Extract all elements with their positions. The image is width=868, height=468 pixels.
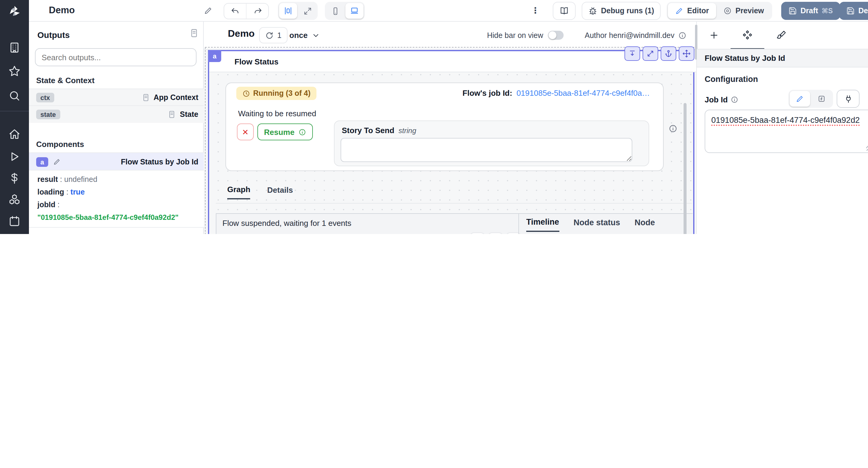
edit-pencil-icon[interactable]: [53, 158, 61, 166]
flow-job-id-label: Flow's job Id:: [463, 89, 513, 98]
tab-preview[interactable]: Preview: [716, 3, 771, 19]
undo-button[interactable]: [224, 4, 247, 19]
tab-timeline[interactable]: Timeline: [526, 218, 559, 232]
schedule-mode-dropdown[interactable]: once: [289, 27, 320, 43]
component-grid-icon: [742, 29, 753, 40]
chevron-down-icon: [312, 31, 320, 39]
more-menu-kebab-icon[interactable]: ⋮: [531, 5, 539, 15]
draft-button[interactable]: Draft ⌘S: [781, 2, 840, 20]
search-outputs-input[interactable]: [35, 48, 196, 66]
colon: :: [60, 175, 62, 184]
component-row-selected[interactable]: a Flow Status by Job Id: [29, 153, 218, 170]
fullwidth-canvas-button[interactable]: [299, 3, 316, 19]
flow-job-id-line: Flow's job Id: 0191085e-5baa-81ef-4774-c…: [463, 89, 650, 98]
tab-graph[interactable]: Graph: [227, 185, 250, 199]
search-icon[interactable]: [8, 90, 21, 102]
runs-play-icon[interactable]: [8, 151, 21, 163]
tabs-divider: [216, 203, 692, 204]
form-info-icon[interactable]: [669, 124, 678, 133]
apps-icon[interactable]: [8, 41, 21, 54]
state-label: State: [180, 110, 198, 119]
flow-status-card: Running (3 of 4) Flow's job Id: 0191085e…: [225, 82, 664, 171]
colon: :: [58, 201, 60, 209]
component-tabs: Graph Details: [227, 185, 293, 199]
windmill-logo-icon[interactable]: [8, 5, 21, 18]
redo-button[interactable]: [247, 4, 268, 19]
debug-runs-button[interactable]: Debug runs (1): [582, 2, 661, 20]
static-mode-button[interactable]: [789, 91, 810, 107]
resources-boxes-icon[interactable]: [8, 193, 21, 205]
deploy-button[interactable]: Deploy: [839, 2, 868, 20]
docs-book-button[interactable]: [553, 2, 576, 20]
tab-insert-plus[interactable]: [697, 22, 731, 48]
save-icon: [846, 7, 855, 15]
bug-icon: [588, 6, 597, 15]
ctx-label: App Context: [153, 93, 198, 102]
favorites-star-icon[interactable]: [8, 65, 21, 77]
center-canvas-button[interactable]: [279, 3, 297, 19]
tab-node-more[interactable]: Node: [635, 218, 655, 231]
flow-job-id-link[interactable]: 0191085e-5baa-81ef-4774-c9ef4f0a…: [517, 89, 650, 98]
zoom-in-button[interactable]: [470, 233, 485, 234]
desktop-view-button[interactable]: [345, 3, 364, 19]
canvas-header: Demo 1 once Hide bar on view Author henr…: [204, 22, 696, 49]
preview-eye-icon: [723, 7, 732, 15]
panel-doc-icon[interactable]: [189, 28, 199, 38]
resume-button[interactable]: Resume: [257, 124, 313, 140]
jobid-line: jobId :: [37, 201, 60, 209]
refresh-count-button[interactable]: 1: [259, 27, 287, 43]
result-value: undefined: [64, 175, 97, 184]
settings-panel: Flow Status by Job Id Configuration Job …: [696, 22, 868, 234]
outputs-title: Outputs: [37, 30, 70, 40]
ctx-row[interactable]: ctx App Context: [29, 89, 218, 106]
preview-label: Preview: [735, 7, 764, 15]
graph-zoom-controls: [470, 233, 521, 234]
info-icon[interactable]: [731, 96, 739, 104]
component-title: Flow Status: [235, 57, 278, 66]
tab-styling-brush[interactable]: [764, 22, 798, 48]
colon: :: [66, 188, 68, 196]
flow-status-component[interactable]: a Flow Status Running (3 of 4) Flow's jo…: [208, 50, 694, 234]
cancel-button[interactable]: ✕: [237, 124, 254, 140]
schedules-calendar-icon[interactable]: [8, 215, 21, 227]
resize-grip[interactable]: [866, 146, 868, 151]
app-title: Demo: [49, 5, 75, 16]
settings-tabs: [697, 22, 868, 49]
home-icon[interactable]: [8, 128, 21, 140]
tab-details[interactable]: Details: [267, 186, 293, 199]
zoom-out-button[interactable]: [488, 233, 503, 234]
mobile-view-button[interactable]: [326, 3, 344, 19]
job-id-input[interactable]: 0191085e-5baa-81ef-4774-c9ef4f0a92d2: [705, 110, 868, 153]
tab-component-settings[interactable]: [731, 22, 764, 49]
rename-pencil-icon[interactable]: [204, 6, 213, 15]
connect-plug-button[interactable]: [837, 90, 860, 108]
move-component-button[interactable]: [679, 46, 694, 61]
state-context-title: State & Context: [36, 76, 95, 85]
running-status-badge: Running (3 of 4): [236, 87, 316, 100]
hide-bar-toggle[interactable]: [548, 31, 564, 40]
canvas-vscrollbar[interactable]: [684, 103, 687, 234]
app-sidebar: [0, 0, 29, 234]
resume-label: Resume: [264, 127, 294, 136]
selected-component-header: Flow Status by Job Id: [697, 49, 868, 67]
schedule-mode-value: once: [289, 31, 308, 40]
insert-below-button[interactable]: [624, 46, 640, 61]
component-id-tag[interactable]: a: [208, 50, 221, 62]
ctx-badge: ctx: [36, 93, 54, 102]
anchor-component-button[interactable]: [661, 46, 676, 61]
tab-editor[interactable]: Editor: [668, 3, 716, 19]
editor-preview-segment: Editor Preview: [667, 2, 772, 20]
info-icon[interactable]: [678, 31, 687, 39]
job-id-label-row: Job Id: [705, 95, 739, 104]
selected-component-title: Flow Status by Job Id: [705, 54, 785, 63]
state-row[interactable]: state State: [29, 105, 218, 123]
author-info: Author henri@windmill.dev: [585, 27, 687, 43]
eval-mode-button[interactable]: [811, 91, 832, 107]
timeline-panel: Timeline Node status Node 12:38:07 31/7 …: [518, 213, 692, 234]
expand-component-button[interactable]: [643, 46, 658, 61]
story-textarea[interactable]: [341, 138, 632, 162]
tab-node-status[interactable]: Node status: [574, 218, 620, 231]
app-canvas[interactable]: Demo 1 once Hide bar on view Author henr…: [204, 22, 696, 234]
variables-dollar-icon[interactable]: [8, 172, 21, 184]
editor-label: Editor: [687, 7, 709, 15]
